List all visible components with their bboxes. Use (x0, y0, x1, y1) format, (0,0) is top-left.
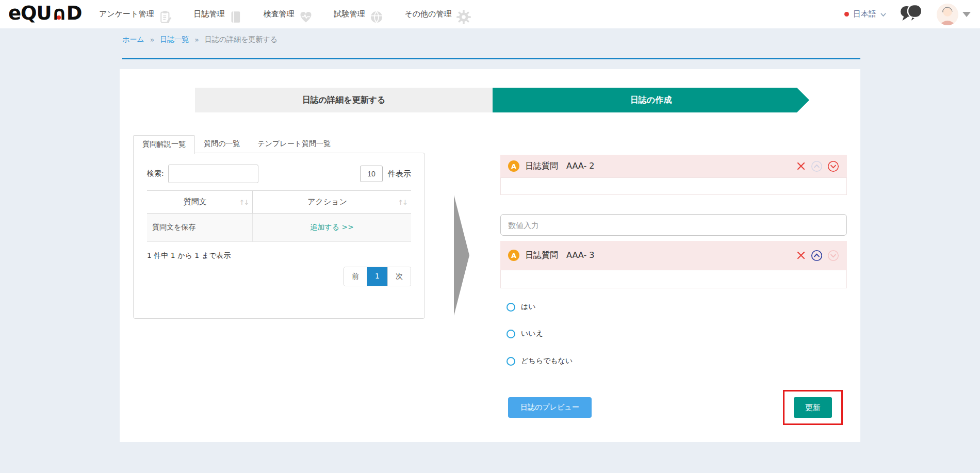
breadcrumb-home-link[interactable]: ホーム (122, 35, 144, 44)
radio-option-neither[interactable]: どちらでもない (507, 356, 573, 366)
clipboard-icon (154, 6, 173, 23)
equad-logo[interactable]: eQU∩D (8, 2, 81, 24)
chevron-down-icon (880, 9, 886, 19)
tab-question-list[interactable]: 質問の一覧 (195, 135, 249, 154)
question-type-badge: A (508, 250, 519, 261)
diary-preview-button[interactable]: 日誌のプレビュー (508, 397, 592, 418)
diary-question-card-aaa2-body (500, 177, 847, 195)
delete-question-icon[interactable] (796, 161, 806, 171)
step-create-diary-active[interactable]: 日誌の作成 (493, 88, 809, 112)
action-cell: 追加する >> (253, 214, 411, 242)
tab-template-question-list[interactable]: テンプレート質問一覧 (249, 135, 339, 154)
main-content-panel: 日誌の詳細を更新する 日誌の作成 質問解説一覧 質問の一覧 テンプレート質問一覧… (120, 69, 860, 442)
heart-pulse-icon (294, 6, 313, 23)
question-type-badge: A (508, 160, 519, 172)
top-right-cluster: 日本語 (844, 0, 971, 28)
move-up-icon-disabled (811, 160, 823, 172)
nav-item-survey-management[interactable]: アンケート管理 (99, 6, 173, 23)
table-row: 質問文を保存 追加する >> (147, 214, 411, 242)
pagination-row: 前 1 次 (147, 267, 411, 286)
table-info-text: 1 件中 1 から 1 まで表示 (147, 251, 411, 260)
question-list-tabs: 質問解説一覧 質問の一覧 テンプレート質問一覧 (133, 135, 339, 154)
sort-icon[interactable]: ↑↓ (398, 198, 407, 206)
update-button[interactable]: 更新 (794, 397, 832, 418)
language-label: 日本語 (853, 9, 876, 19)
language-flag-dot-icon (844, 12, 849, 17)
radio-button-icon[interactable] (507, 357, 515, 366)
radio-option-no[interactable]: いいえ (507, 329, 543, 338)
breadcrumb: ホーム » 日誌一覧 » 日誌の詳細を更新する (122, 35, 277, 44)
table-header-row: 質問文↑↓ アクション↑↓ (147, 191, 411, 214)
move-down-icon[interactable] (827, 160, 839, 172)
question-title: 日誌質問 AAA- 2 (525, 161, 594, 172)
breadcrumb-underline (122, 58, 860, 59)
nav-item-inspection-management[interactable]: 検査管理 (263, 6, 313, 23)
sort-icon[interactable]: ↑↓ (239, 198, 249, 206)
breadcrumb-separator: » (150, 36, 155, 44)
nav-item-diary-management[interactable]: 日誌管理 (193, 7, 242, 22)
pagination-prev-button[interactable]: 前 (344, 267, 367, 286)
logo-text-post: D (67, 2, 82, 24)
flow-arrow-icon (454, 195, 469, 318)
search-input[interactable] (168, 165, 258, 183)
move-down-icon-disabled (827, 250, 839, 262)
radio-option-yes[interactable]: はい (507, 302, 536, 312)
user-menu[interactable] (937, 4, 971, 25)
search-label: 検索: (147, 169, 164, 178)
column-header-question-text[interactable]: 質問文↑↓ (147, 191, 253, 214)
nav-item-test-management[interactable]: 試験管理 (334, 6, 384, 23)
logo-text-pre: eQU (8, 2, 52, 24)
sphere-icon (365, 6, 384, 23)
breadcrumb-separator: » (194, 36, 199, 44)
gear-icon (451, 6, 471, 23)
diary-question-card-aaa3-header: A 日誌質問 AAA- 3 (500, 241, 847, 270)
diary-question-card-aaa2-header: A 日誌質問 AAA- 2 (500, 155, 847, 177)
avatar (937, 4, 958, 25)
breadcrumb-current-page: 日誌の詳細を更新する (205, 35, 277, 44)
page-size-input[interactable] (360, 166, 383, 182)
logo-letter-a: ∩ (52, 2, 67, 24)
pagination: 前 1 次 (344, 267, 411, 286)
add-question-link[interactable]: 追加する >> (310, 223, 354, 231)
move-up-icon[interactable] (811, 250, 823, 262)
page-size-suffix-label: 件表示 (388, 169, 411, 179)
diary-question-card-aaa3-body (500, 270, 847, 288)
red-annotation-box: 更新 (783, 390, 843, 425)
pagination-next-button[interactable]: 次 (387, 267, 411, 286)
breadcrumb-diary-list-link[interactable]: 日誌一覧 (160, 35, 189, 44)
question-text-cell: 質問文を保存 (147, 214, 253, 242)
pagination-page-1-button[interactable]: 1 (367, 267, 387, 286)
delete-question-icon[interactable] (796, 250, 806, 260)
radio-button-icon[interactable] (507, 303, 515, 312)
column-header-action[interactable]: アクション↑↓ (253, 191, 411, 214)
question-table: 質問文↑↓ アクション↑↓ 質問文を保存 追加する >> (147, 190, 411, 242)
top-bar: eQU∩D アンケート管理 日誌管理 検査管理 試験管理 (0, 0, 980, 28)
question-table-panel: 検索: 件表示 質問文↑↓ アクション↑↓ 質問文を保存 追加する >> 1 件… (133, 153, 425, 319)
step-update-diary-details[interactable]: 日誌の詳細を更新する (195, 88, 493, 112)
radio-button-icon[interactable] (507, 330, 515, 338)
question-title: 日誌質問 AAA- 3 (525, 250, 594, 261)
book-icon (224, 7, 242, 22)
dropdown-triangle-icon (962, 12, 971, 17)
nav-item-other-management[interactable]: その他の管理 (404, 6, 471, 23)
tab-question-explanation-list[interactable]: 質問解説一覧 (133, 135, 195, 154)
chat-icon[interactable] (900, 4, 923, 25)
main-nav: アンケート管理 日誌管理 検査管理 試験管理 (99, 0, 471, 28)
numeric-answer-input[interactable] (500, 214, 847, 236)
language-selector[interactable]: 日本語 (844, 9, 886, 19)
table-controls-row: 検索: 件表示 (147, 165, 411, 183)
logo-red-dot (57, 15, 61, 20)
